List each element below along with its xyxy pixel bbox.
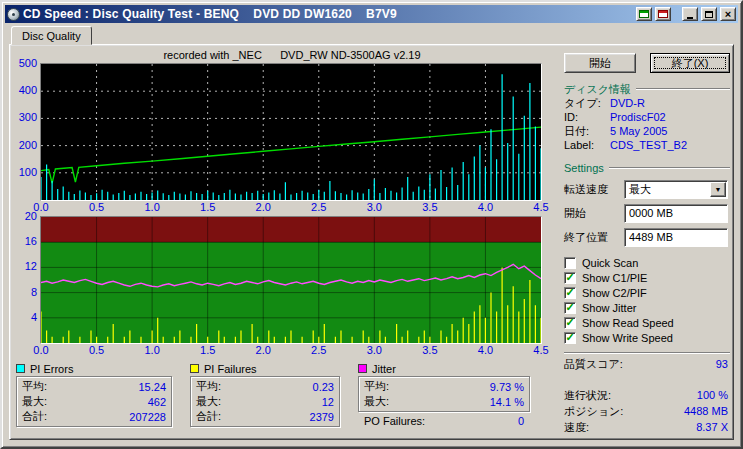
options-checkbox-list: Quick Scan ✓ Show C1/PIE ✓ Show C2/PIF ✓…: [564, 255, 730, 345]
stat-row: 最大: 12: [196, 394, 334, 409]
disc-info-header: ディスク情報: [564, 82, 730, 96]
stat-row: 平均: 15.24: [22, 379, 166, 394]
pi-errors-chart: [40, 63, 542, 201]
stat-row: 合計: 2379: [196, 409, 334, 424]
combo-dropdown-button[interactable]: ▼: [710, 182, 726, 197]
top-chart-x-axis: 0.00.51.01.52.02.53.03.54.04.5: [41, 201, 543, 214]
titlebar-tool-button-red[interactable]: [655, 7, 671, 21]
window-title: CD Speed : Disc Quality Test - BENQ DVD …: [23, 7, 633, 21]
jitter-stats: Jitter 平均: 9.73 % 最大: 14.1 %: [358, 361, 530, 427]
pi-failures-stats: PI Failures 平均: 0.23 最大: 12: [190, 361, 340, 427]
disc-date-row: 日付: 5 May 2005: [564, 124, 730, 138]
checkbox-box: ✓: [564, 332, 576, 344]
bottom-chart-x-axis: 0.00.51.01.52.02.53.03.54.04.5: [41, 344, 543, 357]
disc-type-row: タイプ: DVD-R: [564, 96, 730, 110]
disc-quality-tab-page: recorded with _NEC DVD_RW ND-3500AG v2.1…: [9, 44, 734, 440]
jitter-chart: [40, 216, 542, 344]
statistics-row: PI Errors 平均: 15.24 最大: 462: [16, 361, 554, 427]
jitter-box: 平均: 9.73 % 最大: 14.1 %: [358, 376, 530, 412]
charts-area: recorded with _NEC DVD_RW ND-3500AG v2.1…: [14, 49, 554, 435]
checkbox-box: [564, 257, 576, 269]
bottom-chart-y-axis: 20161284: [14, 216, 40, 344]
stat-row: 最大: 14.1 %: [364, 394, 524, 409]
checkbox-show-write-speed[interactable]: ✓ Show Write Speed: [564, 330, 730, 345]
stat-row: 最大: 462: [22, 394, 166, 409]
position-row: ポジション: 4488 MB: [564, 404, 730, 418]
jitter-title: Jitter: [372, 363, 396, 375]
pi-failures-swatch: [190, 364, 199, 373]
transfer-speed-select[interactable]: 最大 ▼: [624, 180, 728, 199]
recorded-with-label: recorded with _NEC DVD_RW ND-3500AG v2.1…: [41, 49, 543, 63]
checkbox-show-c1-pie[interactable]: ✓ Show C1/PIE: [564, 270, 730, 285]
cd-app-icon: [7, 8, 20, 21]
pi-failures-box: 平均: 0.23 最大: 12 合計: 2379: [190, 376, 340, 427]
progress-row: 進行状況: 100 %: [564, 388, 730, 402]
client-area: Disc Quality recorded with _NEC DVD_RW N…: [5, 23, 738, 442]
pi-failures-title: PI Failures: [204, 363, 257, 375]
pi-errors-box: 平均: 15.24 最大: 462 合計: 207228: [16, 376, 172, 427]
start-position-input[interactable]: [624, 204, 728, 223]
green-window-icon: [639, 10, 649, 18]
checkbox-show-read-speed[interactable]: ✓ Show Read Speed: [564, 315, 730, 330]
chevron-down-icon: ▼: [715, 186, 722, 193]
exit-button[interactable]: 終了(X): [650, 53, 730, 73]
checkbox-box: ✓: [564, 272, 576, 284]
disc-label-row: Label: CDS_TEST_B2: [564, 138, 730, 152]
cd-speed-window: CD Speed : Disc Quality Test - BENQ DVD …: [0, 0, 743, 449]
quality-score-row: 品質スコア: 93: [564, 357, 730, 371]
divider: [609, 167, 730, 169]
titlebar-tool-button-green[interactable]: [636, 7, 652, 21]
transfer-speed-row: 転送速度 最大 ▼: [564, 179, 730, 199]
disc-id-row: ID: ProdiscF02: [564, 110, 730, 124]
speed-row: 速度: 8.37 X: [564, 420, 730, 434]
start-button[interactable]: 開始: [564, 53, 636, 73]
control-panel: 開始 終了(X) ディスク情報 タイプ: DVD-R ID: ProdiscF0…: [554, 49, 730, 435]
checkbox-show-jitter[interactable]: ✓ Show Jitter: [564, 300, 730, 315]
stat-row: 平均: 0.23: [196, 379, 334, 394]
close-button[interactable]: ×: [720, 7, 736, 21]
top-chart-y-axis: 500400300200100: [14, 63, 40, 201]
pi-errors-swatch: [16, 364, 25, 373]
end-position-row: 終了位置: [564, 227, 730, 247]
checkbox-box: ✓: [564, 287, 576, 299]
end-position-input[interactable]: [624, 228, 728, 247]
minimize-button[interactable]: [682, 7, 698, 21]
progress-group: 進行状況: 100 % ポジション: 4488 MB 速度: 8.37 X: [564, 388, 730, 434]
close-icon: ×: [725, 9, 731, 20]
stat-row: 平均: 9.73 %: [364, 379, 524, 394]
minimize-icon: [687, 17, 693, 19]
checkbox-show-c2-pif[interactable]: ✓ Show C2/PIF: [564, 285, 730, 300]
maximize-icon: [705, 11, 713, 18]
checkbox-box: ✓: [564, 317, 576, 329]
pi-errors-stats: PI Errors 平均: 15.24 最大: 462: [16, 361, 172, 427]
tab-disc-quality[interactable]: Disc Quality: [11, 26, 92, 45]
jitter-swatch: [358, 364, 367, 373]
settings-header: Settings: [564, 161, 730, 175]
checkbox-box: ✓: [564, 302, 576, 314]
red-window-icon: [658, 10, 668, 18]
maximize-button[interactable]: [701, 7, 717, 21]
titlebar[interactable]: CD Speed : Disc Quality Test - BENQ DVD …: [5, 5, 738, 23]
start-position-row: 開始: [564, 203, 730, 223]
stat-row: 合計: 207228: [22, 409, 166, 424]
checkbox-quick-scan[interactable]: Quick Scan: [564, 255, 730, 270]
divider: [636, 88, 730, 90]
pi-errors-title: PI Errors: [30, 363, 73, 375]
po-failures-row: PO Failures: 0: [358, 412, 530, 427]
divider: [564, 352, 730, 354]
